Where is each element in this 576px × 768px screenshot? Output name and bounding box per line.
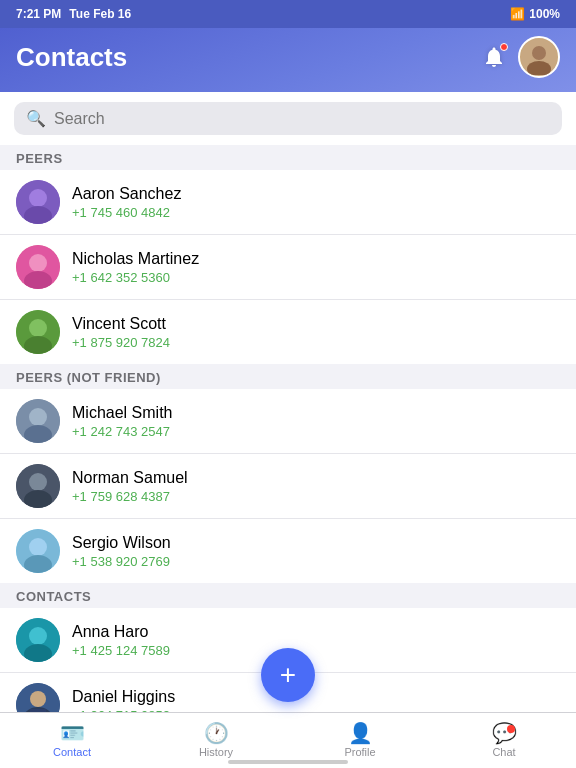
avatar bbox=[16, 245, 60, 289]
svg-point-19 bbox=[29, 538, 47, 556]
contact-phone: +1 759 628 4387 bbox=[72, 489, 560, 504]
contact-phone: +1 242 743 2547 bbox=[72, 424, 560, 439]
svg-point-16 bbox=[29, 473, 47, 491]
contact-phone: +1 745 460 4842 bbox=[72, 205, 560, 220]
search-bar[interactable]: 🔍 bbox=[14, 102, 562, 135]
contact-tab-label: Contact bbox=[53, 746, 91, 758]
contact-list-peers-not-friend: Michael Smith+1 242 743 2547Norman Samue… bbox=[0, 389, 576, 583]
search-container: 🔍 bbox=[0, 92, 576, 145]
svg-point-1 bbox=[532, 46, 546, 60]
contact-name: Anna Haro bbox=[72, 622, 560, 643]
list-item[interactable]: Aaron Sanchez+1 745 460 4842 bbox=[0, 170, 576, 235]
profile-tab-label: Profile bbox=[344, 746, 375, 758]
status-bar: 7:21 PM Tue Feb 16 📶 100% bbox=[0, 0, 576, 28]
user-avatar[interactable] bbox=[518, 36, 560, 78]
status-time-date: 7:21 PM Tue Feb 16 bbox=[16, 7, 131, 21]
contact-info: Anna Haro+1 425 124 7589 bbox=[72, 622, 560, 659]
contact-phone: +1 538 920 2769 bbox=[72, 554, 560, 569]
bell-badge bbox=[500, 43, 508, 51]
avatar bbox=[16, 618, 60, 662]
svg-point-22 bbox=[29, 627, 47, 645]
profile-tab-icon: 👤 bbox=[348, 723, 373, 743]
notification-bell[interactable] bbox=[480, 43, 508, 71]
battery-indicator: 100% bbox=[529, 7, 560, 21]
chat-tab-label: Chat bbox=[492, 746, 515, 758]
contacts-scroll-area[interactable]: PEERSAaron Sanchez+1 745 460 4842Nichola… bbox=[0, 145, 576, 717]
page-title: Contacts bbox=[16, 42, 127, 73]
list-item[interactable]: Michael Smith+1 242 743 2547 bbox=[0, 389, 576, 454]
wifi-icon: 📶 bbox=[510, 7, 525, 21]
list-item[interactable]: Vincent Scott+1 875 920 7824 bbox=[0, 300, 576, 364]
section-header-peers: PEERS bbox=[0, 145, 576, 170]
avatar bbox=[16, 399, 60, 443]
search-input[interactable] bbox=[54, 110, 550, 128]
tab-contact[interactable]: 🪪 Contact bbox=[0, 713, 144, 768]
section-header-contacts: CONTACTS bbox=[0, 583, 576, 608]
contact-tab-icon: 🪪 bbox=[60, 723, 85, 743]
contact-name: Nicholas Martinez bbox=[72, 249, 560, 270]
contact-info: Nicholas Martinez+1 642 352 5360 bbox=[72, 249, 560, 286]
section-header-peers-not-friend: PEERS (NOT FRIEND) bbox=[0, 364, 576, 389]
header: Contacts bbox=[0, 28, 576, 92]
header-actions bbox=[480, 36, 560, 78]
home-indicator bbox=[228, 760, 348, 764]
contact-name: Sergio Wilson bbox=[72, 533, 560, 554]
contact-info: Michael Smith+1 242 743 2547 bbox=[72, 403, 560, 440]
svg-point-25 bbox=[30, 691, 46, 707]
contact-info: Norman Samuel+1 759 628 4387 bbox=[72, 468, 560, 505]
svg-point-4 bbox=[29, 189, 47, 207]
avatar bbox=[16, 180, 60, 224]
list-item[interactable]: Norman Samuel+1 759 628 4387 bbox=[0, 454, 576, 519]
contact-phone: +1 875 920 7824 bbox=[72, 335, 560, 350]
status-date: Tue Feb 16 bbox=[69, 7, 131, 21]
search-icon: 🔍 bbox=[26, 109, 46, 128]
svg-point-10 bbox=[29, 319, 47, 337]
contact-name: Aaron Sanchez bbox=[72, 184, 560, 205]
contact-info: Aaron Sanchez+1 745 460 4842 bbox=[72, 184, 560, 221]
contact-name: Vincent Scott bbox=[72, 314, 560, 335]
add-contact-button[interactable]: + bbox=[261, 648, 315, 702]
list-item[interactable]: Nicholas Martinez+1 642 352 5360 bbox=[0, 235, 576, 300]
contact-name: Norman Samuel bbox=[72, 468, 560, 489]
contact-info: Vincent Scott+1 875 920 7824 bbox=[72, 314, 560, 351]
avatar bbox=[16, 310, 60, 354]
status-indicators: 📶 100% bbox=[510, 7, 560, 21]
contact-name: Daniel Higgins bbox=[72, 687, 560, 708]
status-time: 7:21 PM bbox=[16, 7, 61, 21]
avatar bbox=[16, 529, 60, 573]
contact-list-peers: Aaron Sanchez+1 745 460 4842Nicholas Mar… bbox=[0, 170, 576, 364]
list-item[interactable]: Sergio Wilson+1 538 920 2769 bbox=[0, 519, 576, 583]
history-tab-label: History bbox=[199, 746, 233, 758]
chat-notification-badge bbox=[507, 725, 515, 733]
tab-chat[interactable]: 💬 Chat bbox=[432, 713, 576, 768]
svg-point-7 bbox=[29, 254, 47, 272]
contact-info: Sergio Wilson+1 538 920 2769 bbox=[72, 533, 560, 570]
avatar bbox=[16, 464, 60, 508]
contact-phone: +1 642 352 5360 bbox=[72, 270, 560, 285]
contact-phone: +1 425 124 7589 bbox=[72, 643, 560, 658]
contact-name: Michael Smith bbox=[72, 403, 560, 424]
history-tab-icon: 🕐 bbox=[204, 723, 229, 743]
svg-point-13 bbox=[29, 408, 47, 426]
